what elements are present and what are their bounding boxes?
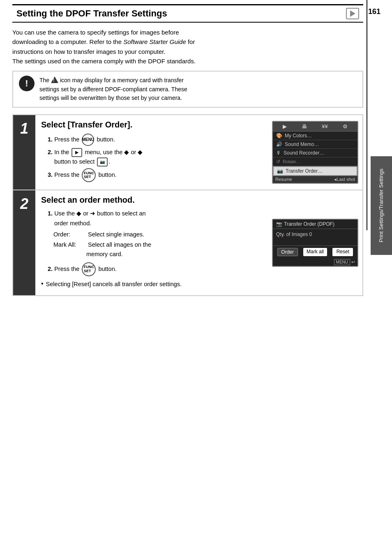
func-set-icon-2: FUNCSET [82,262,96,276]
footer-resume: Resume [275,177,292,182]
step-1-instructions: 1. Press the MENU button. 2. In the ▶ me… [41,134,262,182]
markall-value: Select all images on the [88,241,151,248]
step-2-inst2: 2. Press the FUNCSET button. [48,262,262,276]
step-1-inst1: 1. Press the MENU button. [48,134,262,146]
screen2-btn-markall[interactable]: Mark all [303,248,327,256]
step-2-inst2-suffix: button. [98,266,116,272]
transfer-order-icon: 📷 [277,168,283,174]
sidebar-tab-label: Print Settings/Transfer Settings [378,169,385,242]
mycolors-label: My Colors… [285,133,312,139]
step-1-inst1-suffix: button. [97,136,115,143]
main-content: Setting the DPOF Transfer Settings You c… [12,0,363,296]
step-2-note: • Selecting [Reset] cancels all transfer… [41,280,262,289]
screen1-toolbar: ▶ 🖶 ¥¥ ⚙ [273,122,357,132]
rotate-label: Rotate… [283,159,300,164]
intro-italic: Software Starter Guide [123,38,186,45]
step-1-inst3-prefix: Press the [54,171,81,178]
transfer-order-label: Transfer Order… [286,168,323,174]
step-2-instructions: 1. Use the ◆ or ➜ button to select an or… [41,209,262,289]
screen2-btn-reset[interactable]: Reset [332,248,353,256]
sidebar-tab: Print Settings/Transfer Settings [371,156,392,255]
intro-line2b: for [186,38,195,45]
screen2-btn-order[interactable]: Order [277,248,298,256]
step-1-inst1-prefix: Press the [54,136,81,143]
step-1-inst3-num: 3. [48,171,53,178]
steps-container: 1 Select [Transfer Order]. 1. Press the … [12,114,363,296]
step-2-inst2-prefix: Press the [54,266,81,272]
intro-line1: You can use the camera to specify settin… [12,29,179,36]
warning-text1: The [39,77,51,83]
soundmemo-icon: 🔊 [276,141,282,147]
step-1-content: Select [Transfer Order]. 1. Press the ME… [35,115,268,190]
warning-text4: settings will be overwritten by those se… [39,95,182,101]
step-2-inst1: 1. Use the ◆ or ➜ button to select an or… [48,209,262,228]
menu-item-soundmemo: 🔊 Sound Memo… [273,140,357,149]
step-1-number: 1 [13,115,35,190]
play-icon [350,10,355,17]
title-bar: Setting the DPOF Transfer Settings [12,4,363,23]
rotate-icon: ↺ [276,159,280,164]
step-2-image: 📷 Transfer Order (DPOF) Qty. of Images 0… [268,190,362,295]
step-2-block: 2 Select an order method. 1. Use the ◆ o… [13,190,362,295]
bullet-dot: • [41,280,44,289]
markall-option: Mark All: Select all images on the memor… [53,240,262,259]
step-1-inst2: 2. In the ▶ menu, use the ◆ or ◆ button … [48,148,262,167]
step-2-title: Select an order method. [41,195,262,205]
soundmemo-label: Sound Memo… [285,141,319,147]
toolbar-print-icon: 🖶 [302,123,307,130]
play-menu-icon: ▶ [71,148,82,157]
step-2-number: 2 [13,190,35,295]
screen2-buttons: Order Mark all Reset [273,245,357,258]
soundrec-icon: 🎙 [276,150,281,156]
markall-value2: memory card. [86,251,123,257]
step-2-inst1-text: Use the ◆ or ➜ button to select an order… [48,210,146,226]
func-set-icon-1: FUNCSET [82,168,96,182]
intro-line4: The settings used on the camera comply w… [12,58,196,65]
page-number: 161 [368,7,380,16]
intro-line2: downloading to a computer. Refer to the [12,38,123,45]
screen2-title-text: Transfer Order (DPOF) [284,221,334,227]
warning-text: The icon may display for a memory card w… [39,76,187,103]
menu-item-transfer: 📷 Transfer Order… [273,166,357,176]
step-1-block: 1 Select [Transfer Order]. 1. Press the … [13,115,362,190]
warning-icon: ! [19,76,35,91]
step-1-screen: ▶ 🖶 ¥¥ ⚙ 🎨 My Colors… 🔊 Sound Memo… [272,121,358,184]
step-2-screen: 📷 Transfer Order (DPOF) Qty. of Images 0… [272,219,358,267]
warning-box: ! The icon may display for a memory card… [12,71,363,108]
screen2-back-icon: ↩ [351,259,355,265]
right-border [367,0,367,230]
order-value: Select single images. [88,231,144,238]
footer-lastshot: ◂Last shot [334,177,355,182]
warning-text3: settings set by a different DPOF-complia… [39,86,187,93]
screen2-qty-label: Qty. of Images [276,231,308,237]
transfer-icon: 📷 [97,157,108,167]
step-1-image: ▶ 🖶 ¥¥ ⚙ 🎨 My Colors… 🔊 Sound Memo… [268,115,362,190]
screen2-qty-value: 0 [309,231,312,237]
step-1-inst2-num: 2. [48,149,53,155]
soundrec-label: Sound Recorder… [284,150,324,156]
order-label: Order: [53,230,86,239]
play-icon-box [346,8,359,19]
step-1-inst2-suffix: button to select [54,158,96,165]
toolbar-gear-icon: ⚙ [343,123,348,130]
screen2-title-bar: 📷 Transfer Order (DPOF) [273,220,357,229]
warning-triangle-icon [51,76,58,83]
screen2-menu-label: MENU [334,259,350,265]
step-1-title: Select [Transfer Order]. [41,120,262,130]
menu-item-rotate: ↺ Rotate… [273,157,357,166]
step-2-inst2-num: 2. [48,266,53,272]
menu-item-mycolors: 🎨 My Colors… [273,132,357,140]
order-option: Order: Select single images. [53,230,262,239]
step-2-content: Select an order method. 1. Use the ◆ or … [35,190,268,295]
screen2-footer: MENU ↩ [273,258,357,266]
intro-paragraph: You can use the camera to specify settin… [12,28,363,66]
step-1-inst3-suffix: button. [98,171,116,178]
menu-item-soundrec: 🎙 Sound Recorder… [273,149,357,157]
step-1-inst2-prefix: In the [54,149,71,155]
step-2-note-text: Selecting [Reset] cancels all transfer o… [46,280,182,289]
screen1-footer: Resume ◂Last shot [273,176,357,183]
menu-icon: MENU [82,134,94,146]
screen2-title-icon: 📷 [276,221,282,227]
step-1-inst1-num: 1. [48,136,53,143]
warning-text2: icon may display for a memory card with … [60,77,184,83]
